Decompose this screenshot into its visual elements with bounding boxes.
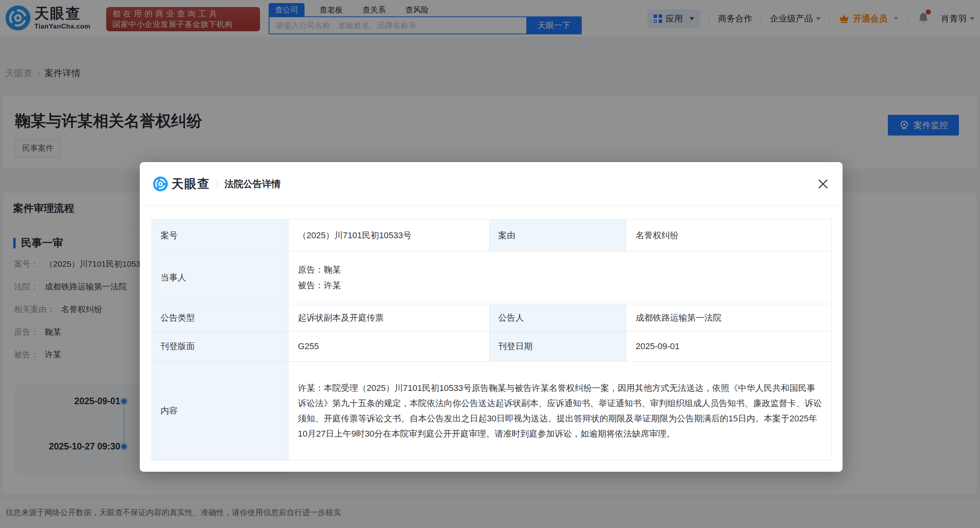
publish-date-label: 刊登日期 xyxy=(490,332,626,362)
cause-value: 名誉权纠纷 xyxy=(626,219,832,252)
table-row: 内容 许某：本院受理（2025）川7101民初10533号原告鞠某与被告许某名誉… xyxy=(152,362,832,460)
page-value: G255 xyxy=(289,332,490,362)
type-value: 起诉状副本及开庭传票 xyxy=(289,304,490,332)
announcer-label: 公告人 xyxy=(490,304,626,332)
announcer-value: 成都铁路运输第一法院 xyxy=(626,304,832,332)
table-row: 当事人 原告：鞠某 被告：许某 xyxy=(152,252,832,304)
defendant-line: 被告：许某 xyxy=(298,278,822,293)
page: 天眼查 TianYanCha.com 都在用的商业查询工具 国家中小企业发展子基… xyxy=(0,0,980,528)
divider xyxy=(217,179,217,189)
plaintiff-line: 原告：鞠某 xyxy=(298,262,822,278)
content-value: 许某：本院受理（2025）川7101民初10533号原告鞠某与被告许某名誉权纠纷… xyxy=(289,362,832,460)
table-row: 公告类型 起诉状副本及开庭传票 公告人 成都铁路运输第一法院 xyxy=(152,304,832,332)
modal-title: 法院公告详情 xyxy=(225,178,281,190)
party-value: 原告：鞠某 被告：许某 xyxy=(289,252,832,304)
cause-label: 案由 xyxy=(490,219,626,252)
court-announcement-modal: 天眼查 法院公告详情 案号 （2025）川7101民初10533号 案由 名誉权… xyxy=(140,162,843,472)
modal-logo-text: 天眼查 xyxy=(171,176,210,192)
publish-date-value: 2025-09-01 xyxy=(626,332,832,362)
case-no-label: 案号 xyxy=(152,219,289,252)
party-label: 当事人 xyxy=(152,252,289,304)
content-label: 内容 xyxy=(152,362,289,460)
table-row: 刊登版面 G255 刊登日期 2025-09-01 xyxy=(152,332,832,362)
page-label: 刊登版面 xyxy=(152,332,289,362)
announcement-table: 案号 （2025）川7101民初10533号 案由 名誉权纠纷 当事人 原告：鞠… xyxy=(151,219,832,460)
modal-header: 天眼查 法院公告详情 xyxy=(140,162,843,206)
close-icon[interactable] xyxy=(816,177,830,191)
table-row: 案号 （2025）川7101民初10533号 案由 名誉权纠纷 xyxy=(152,219,832,252)
type-label: 公告类型 xyxy=(152,304,289,332)
tianyancha-swirl-icon xyxy=(153,177,168,191)
case-no-value: （2025）川7101民初10533号 xyxy=(289,219,490,252)
